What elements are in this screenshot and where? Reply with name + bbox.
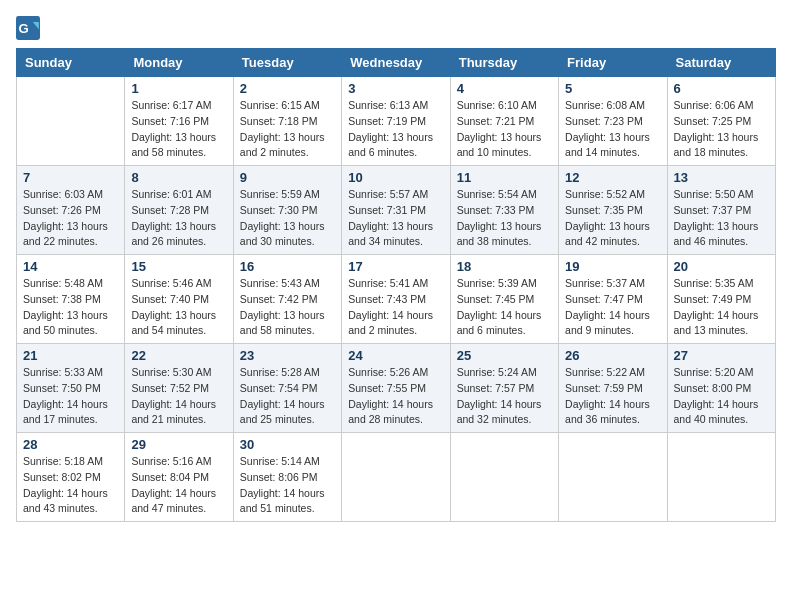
calendar-week-2: 7Sunrise: 6:03 AMSunset: 7:26 PMDaylight… <box>17 166 776 255</box>
day-number: 13 <box>674 170 769 185</box>
header-thursday: Thursday <box>450 49 558 77</box>
calendar-cell: 5Sunrise: 6:08 AMSunset: 7:23 PMDaylight… <box>559 77 667 166</box>
calendar-cell <box>667 433 775 522</box>
day-number: 30 <box>240 437 335 452</box>
day-info: Sunrise: 5:43 AMSunset: 7:42 PMDaylight:… <box>240 276 335 339</box>
day-number: 10 <box>348 170 443 185</box>
calendar-cell: 1Sunrise: 6:17 AMSunset: 7:16 PMDaylight… <box>125 77 233 166</box>
day-info: Sunrise: 6:03 AMSunset: 7:26 PMDaylight:… <box>23 187 118 250</box>
day-info: Sunrise: 5:41 AMSunset: 7:43 PMDaylight:… <box>348 276 443 339</box>
day-number: 4 <box>457 81 552 96</box>
day-number: 14 <box>23 259 118 274</box>
calendar-cell: 15Sunrise: 5:46 AMSunset: 7:40 PMDayligh… <box>125 255 233 344</box>
calendar-cell: 2Sunrise: 6:15 AMSunset: 7:18 PMDaylight… <box>233 77 341 166</box>
day-number: 27 <box>674 348 769 363</box>
calendar-cell <box>450 433 558 522</box>
day-info: Sunrise: 5:16 AMSunset: 8:04 PMDaylight:… <box>131 454 226 517</box>
calendar-cell: 19Sunrise: 5:37 AMSunset: 7:47 PMDayligh… <box>559 255 667 344</box>
calendar-table: SundayMondayTuesdayWednesdayThursdayFrid… <box>16 48 776 522</box>
calendar-cell: 14Sunrise: 5:48 AMSunset: 7:38 PMDayligh… <box>17 255 125 344</box>
day-number: 19 <box>565 259 660 274</box>
calendar-header-row: SundayMondayTuesdayWednesdayThursdayFrid… <box>17 49 776 77</box>
day-number: 22 <box>131 348 226 363</box>
header-saturday: Saturday <box>667 49 775 77</box>
calendar-cell: 23Sunrise: 5:28 AMSunset: 7:54 PMDayligh… <box>233 344 341 433</box>
day-number: 8 <box>131 170 226 185</box>
day-info: Sunrise: 5:35 AMSunset: 7:49 PMDaylight:… <box>674 276 769 339</box>
header-friday: Friday <box>559 49 667 77</box>
calendar-cell: 9Sunrise: 5:59 AMSunset: 7:30 PMDaylight… <box>233 166 341 255</box>
calendar-cell: 30Sunrise: 5:14 AMSunset: 8:06 PMDayligh… <box>233 433 341 522</box>
day-number: 5 <box>565 81 660 96</box>
day-info: Sunrise: 5:33 AMSunset: 7:50 PMDaylight:… <box>23 365 118 428</box>
svg-text:G: G <box>18 21 28 36</box>
generalblue-icon: G <box>16 16 40 40</box>
day-info: Sunrise: 5:48 AMSunset: 7:38 PMDaylight:… <box>23 276 118 339</box>
day-number: 16 <box>240 259 335 274</box>
day-number: 18 <box>457 259 552 274</box>
calendar-cell: 16Sunrise: 5:43 AMSunset: 7:42 PMDayligh… <box>233 255 341 344</box>
day-info: Sunrise: 5:18 AMSunset: 8:02 PMDaylight:… <box>23 454 118 517</box>
page-header: G <box>16 16 776 40</box>
calendar-cell: 18Sunrise: 5:39 AMSunset: 7:45 PMDayligh… <box>450 255 558 344</box>
calendar-cell: 22Sunrise: 5:30 AMSunset: 7:52 PMDayligh… <box>125 344 233 433</box>
calendar-cell: 28Sunrise: 5:18 AMSunset: 8:02 PMDayligh… <box>17 433 125 522</box>
day-number: 1 <box>131 81 226 96</box>
day-number: 11 <box>457 170 552 185</box>
calendar-cell: 25Sunrise: 5:24 AMSunset: 7:57 PMDayligh… <box>450 344 558 433</box>
calendar-week-5: 28Sunrise: 5:18 AMSunset: 8:02 PMDayligh… <box>17 433 776 522</box>
day-info: Sunrise: 5:52 AMSunset: 7:35 PMDaylight:… <box>565 187 660 250</box>
header-wednesday: Wednesday <box>342 49 450 77</box>
day-info: Sunrise: 6:10 AMSunset: 7:21 PMDaylight:… <box>457 98 552 161</box>
calendar-cell: 26Sunrise: 5:22 AMSunset: 7:59 PMDayligh… <box>559 344 667 433</box>
day-info: Sunrise: 5:59 AMSunset: 7:30 PMDaylight:… <box>240 187 335 250</box>
calendar-cell <box>17 77 125 166</box>
day-info: Sunrise: 5:50 AMSunset: 7:37 PMDaylight:… <box>674 187 769 250</box>
calendar-cell: 7Sunrise: 6:03 AMSunset: 7:26 PMDaylight… <box>17 166 125 255</box>
day-number: 28 <box>23 437 118 452</box>
day-number: 24 <box>348 348 443 363</box>
day-info: Sunrise: 5:30 AMSunset: 7:52 PMDaylight:… <box>131 365 226 428</box>
day-info: Sunrise: 5:39 AMSunset: 7:45 PMDaylight:… <box>457 276 552 339</box>
day-info: Sunrise: 5:26 AMSunset: 7:55 PMDaylight:… <box>348 365 443 428</box>
day-info: Sunrise: 6:17 AMSunset: 7:16 PMDaylight:… <box>131 98 226 161</box>
day-info: Sunrise: 6:08 AMSunset: 7:23 PMDaylight:… <box>565 98 660 161</box>
day-number: 21 <box>23 348 118 363</box>
day-info: Sunrise: 5:24 AMSunset: 7:57 PMDaylight:… <box>457 365 552 428</box>
day-number: 25 <box>457 348 552 363</box>
calendar-cell <box>342 433 450 522</box>
header-monday: Monday <box>125 49 233 77</box>
calendar-cell: 27Sunrise: 5:20 AMSunset: 8:00 PMDayligh… <box>667 344 775 433</box>
day-info: Sunrise: 5:28 AMSunset: 7:54 PMDaylight:… <box>240 365 335 428</box>
day-info: Sunrise: 6:01 AMSunset: 7:28 PMDaylight:… <box>131 187 226 250</box>
day-number: 7 <box>23 170 118 185</box>
calendar-cell: 3Sunrise: 6:13 AMSunset: 7:19 PMDaylight… <box>342 77 450 166</box>
day-info: Sunrise: 5:57 AMSunset: 7:31 PMDaylight:… <box>348 187 443 250</box>
day-number: 9 <box>240 170 335 185</box>
logo: G <box>16 16 44 40</box>
calendar-week-1: 1Sunrise: 6:17 AMSunset: 7:16 PMDaylight… <box>17 77 776 166</box>
calendar-week-3: 14Sunrise: 5:48 AMSunset: 7:38 PMDayligh… <box>17 255 776 344</box>
calendar-week-4: 21Sunrise: 5:33 AMSunset: 7:50 PMDayligh… <box>17 344 776 433</box>
calendar-cell: 11Sunrise: 5:54 AMSunset: 7:33 PMDayligh… <box>450 166 558 255</box>
calendar-cell: 20Sunrise: 5:35 AMSunset: 7:49 PMDayligh… <box>667 255 775 344</box>
calendar-cell: 29Sunrise: 5:16 AMSunset: 8:04 PMDayligh… <box>125 433 233 522</box>
calendar-cell: 6Sunrise: 6:06 AMSunset: 7:25 PMDaylight… <box>667 77 775 166</box>
day-number: 20 <box>674 259 769 274</box>
day-number: 23 <box>240 348 335 363</box>
calendar-cell: 8Sunrise: 6:01 AMSunset: 7:28 PMDaylight… <box>125 166 233 255</box>
day-info: Sunrise: 5:14 AMSunset: 8:06 PMDaylight:… <box>240 454 335 517</box>
day-info: Sunrise: 5:37 AMSunset: 7:47 PMDaylight:… <box>565 276 660 339</box>
calendar-cell: 21Sunrise: 5:33 AMSunset: 7:50 PMDayligh… <box>17 344 125 433</box>
day-number: 12 <box>565 170 660 185</box>
day-number: 3 <box>348 81 443 96</box>
calendar-cell: 24Sunrise: 5:26 AMSunset: 7:55 PMDayligh… <box>342 344 450 433</box>
calendar-cell: 4Sunrise: 6:10 AMSunset: 7:21 PMDaylight… <box>450 77 558 166</box>
day-info: Sunrise: 5:54 AMSunset: 7:33 PMDaylight:… <box>457 187 552 250</box>
calendar-cell: 17Sunrise: 5:41 AMSunset: 7:43 PMDayligh… <box>342 255 450 344</box>
day-info: Sunrise: 5:46 AMSunset: 7:40 PMDaylight:… <box>131 276 226 339</box>
day-number: 2 <box>240 81 335 96</box>
header-sunday: Sunday <box>17 49 125 77</box>
day-number: 29 <box>131 437 226 452</box>
day-info: Sunrise: 5:20 AMSunset: 8:00 PMDaylight:… <box>674 365 769 428</box>
